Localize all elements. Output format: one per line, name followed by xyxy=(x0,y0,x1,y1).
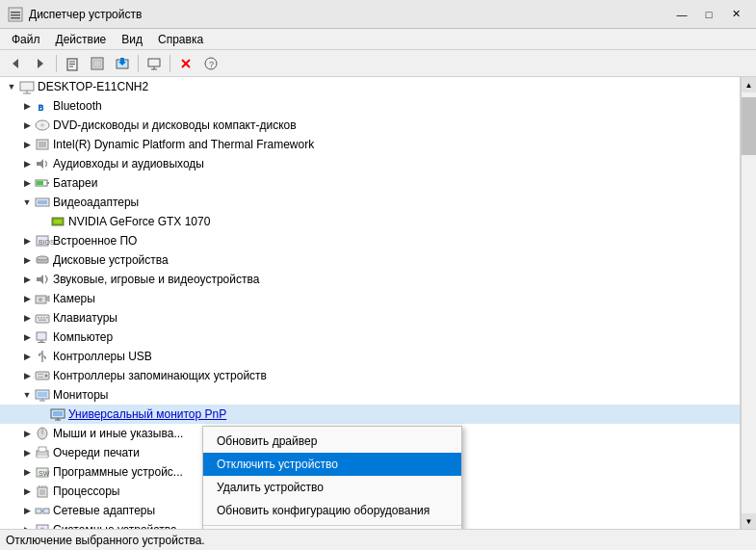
svg-rect-34 xyxy=(38,200,47,204)
firmware-icon: BIOS xyxy=(35,233,50,249)
tree-item-monitors[interactable]: ▼ Мониторы xyxy=(0,385,740,405)
back-icon xyxy=(9,57,22,70)
monitors-expand-icon: ▼ xyxy=(19,387,35,403)
keyboard-label: Клавиатуры xyxy=(53,311,117,325)
svg-text:ʙ: ʙ xyxy=(38,101,44,113)
sound-expand-icon: ▶ xyxy=(19,272,35,287)
firmware-label: Встроенное ПО xyxy=(53,234,137,248)
svg-marker-5 xyxy=(38,59,43,68)
delete-button[interactable] xyxy=(174,53,197,74)
print-label: Очереди печати xyxy=(53,446,140,459)
tree-item-cameras[interactable]: ▶ Камеры xyxy=(0,289,740,308)
maximize-button[interactable]: □ xyxy=(696,5,721,24)
tree-item-battery[interactable]: ▶ Батареи xyxy=(0,173,740,193)
scrollbar[interactable]: ▲ ▼ xyxy=(741,77,756,529)
svg-rect-76 xyxy=(37,455,48,458)
scan-icon xyxy=(91,57,104,70)
computer2-icon xyxy=(35,329,50,345)
svg-rect-49 xyxy=(46,317,48,319)
tree-item-bluetooth[interactable]: ▶ ʙ Bluetooth xyxy=(0,96,740,116)
properties-button[interactable] xyxy=(61,53,84,74)
status-text: Отключение выбранного устройства. xyxy=(6,534,205,547)
scrollbar-thumb[interactable] xyxy=(742,97,756,155)
svg-rect-48 xyxy=(43,317,45,319)
svg-rect-64 xyxy=(38,392,47,397)
video-expand-icon: ▼ xyxy=(19,195,35,210)
menu-view[interactable]: Вид xyxy=(114,29,150,49)
cameras-label: Камеры xyxy=(53,292,95,305)
svg-rect-21 xyxy=(20,82,34,91)
menu-action[interactable]: Действие xyxy=(48,29,115,49)
tree-item-keyboard[interactable]: ▶ Клавиатуры xyxy=(0,308,740,327)
context-menu: Обновить драйвер Отключить устройство Уд… xyxy=(202,426,462,529)
tree-item-firmware[interactable]: ▶ BIOS Встроенное ПО xyxy=(0,231,740,250)
ctx-update-driver[interactable]: Обновить драйвер xyxy=(203,430,461,453)
tree-item-sound[interactable]: ▶ Звуковые, игровые и видеоустройства xyxy=(0,270,740,289)
device-tree[interactable]: ▼ DESKTOP-E11CNH2 ▶ ʙ Bluetooth ▶ DVD-ди… xyxy=(0,77,741,529)
window-controls: — □ ✕ xyxy=(669,5,748,24)
tree-item-video[interactable]: ▼ Видеоадаптеры xyxy=(0,193,740,212)
menu-help[interactable]: Справка xyxy=(150,29,211,49)
keyboard-expand-icon: ▶ xyxy=(19,310,35,326)
bluetooth-expand-icon: ▶ xyxy=(19,98,35,114)
tree-item-usb[interactable]: ▶ Контроллеры USB xyxy=(0,347,740,366)
svg-rect-52 xyxy=(39,340,43,342)
svg-rect-50 xyxy=(39,320,46,322)
disk-label: Дисковые устройства xyxy=(53,253,169,267)
close-button[interactable]: ✕ xyxy=(723,5,748,24)
ctx-update-config[interactable]: Обновить конфигурацию оборудования xyxy=(203,499,461,522)
tree-item-audio[interactable]: ▶ Аудиовходы и аудиовыходы xyxy=(0,154,740,173)
mice-label: Мыши и иные указыва... xyxy=(53,427,183,440)
svg-marker-41 xyxy=(37,275,43,284)
svg-rect-85 xyxy=(43,509,49,513)
tree-item-pnp-monitor[interactable]: ▶ Универсальный монитор PnP xyxy=(0,405,740,424)
computer-expand-icon: ▶ xyxy=(19,329,35,345)
svg-rect-51 xyxy=(37,332,46,340)
ctx-delete-device[interactable]: Удалить устройство xyxy=(203,476,461,499)
battery-label: Батареи xyxy=(53,176,97,190)
svg-marker-29 xyxy=(37,159,43,169)
dvd-icon xyxy=(35,118,50,133)
tree-item-nvidia[interactable]: ▶ NVIDIA GeForce GTX 1070 xyxy=(0,212,740,231)
scroll-down-button[interactable]: ▼ xyxy=(742,513,757,529)
tree-item-computer[interactable]: ▶ Компьютер xyxy=(0,327,740,347)
tree-item-intel[interactable]: ▶ Intel(R) Dynamic Platform and Thermal … xyxy=(0,135,740,154)
cameras-expand-icon: ▶ xyxy=(19,291,35,306)
update-button[interactable] xyxy=(111,53,134,74)
tree-item-storage[interactable]: ▶ Контроллеры запоминающих устройств xyxy=(0,366,740,385)
scrollbar-track[interactable] xyxy=(742,92,756,513)
system-label: Системные устройства xyxy=(53,523,177,529)
system-icon xyxy=(35,522,50,529)
monitors-icon xyxy=(35,387,50,403)
toolbar: ? xyxy=(0,50,756,77)
display-button[interactable] xyxy=(143,53,166,74)
dvd-label: DVD-дисководы и дисководы компакт-дисков xyxy=(53,118,297,132)
minimize-button[interactable]: — xyxy=(669,5,694,24)
tree-item-dvd[interactable]: ▶ DVD-дисководы и дисководы компакт-диск… xyxy=(0,116,740,135)
sound-icon xyxy=(35,272,50,287)
nvidia-label: NVIDIA GeForce GTX 1070 xyxy=(68,215,210,228)
svg-rect-45 xyxy=(36,315,49,323)
back-button[interactable] xyxy=(4,53,27,74)
ctx-disable-device[interactable]: Отключить устройство xyxy=(203,453,461,476)
usb-label: Контроллеры USB xyxy=(53,350,152,363)
svg-point-44 xyxy=(39,298,42,301)
svg-rect-80 xyxy=(39,489,45,495)
scroll-up-button[interactable]: ▲ xyxy=(742,77,757,92)
svg-text:SW: SW xyxy=(39,470,50,477)
intel-expand-icon: ▶ xyxy=(19,137,35,152)
svg-point-26 xyxy=(40,123,44,127)
toolbar-sep-1 xyxy=(56,55,57,72)
forward-button[interactable] xyxy=(29,53,52,74)
menu-file[interactable]: Файл xyxy=(4,29,48,49)
tree-root[interactable]: ▼ DESKTOP-E11CNH2 xyxy=(0,77,740,96)
dvd-expand-icon: ▶ xyxy=(19,118,35,133)
tree-item-disk[interactable]: ▶ Дисковые устройства xyxy=(0,250,740,270)
svg-rect-31 xyxy=(47,182,49,184)
help-button[interactable]: ? xyxy=(199,53,222,74)
mice-icon xyxy=(35,426,50,441)
help-icon: ? xyxy=(204,57,218,70)
software-expand-icon: ▶ xyxy=(19,464,35,480)
system-expand-icon: ▶ xyxy=(19,522,35,529)
scan-button[interactable] xyxy=(86,53,109,74)
